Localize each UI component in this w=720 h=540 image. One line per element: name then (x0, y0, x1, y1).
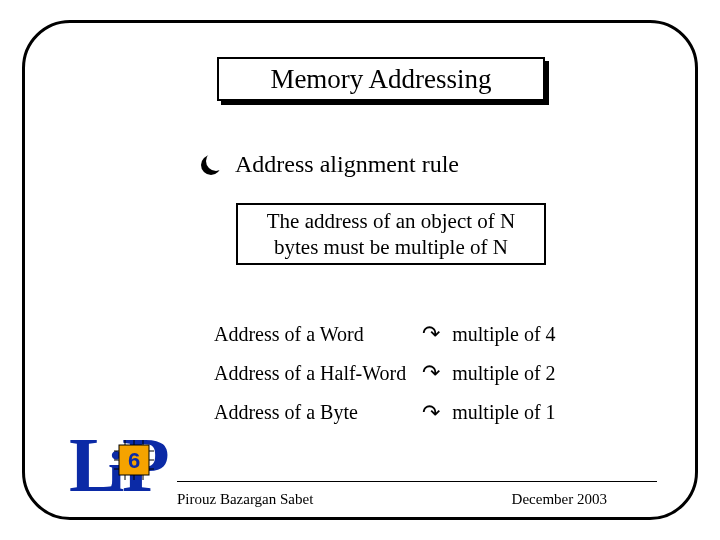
rule-box: The address of an object of N bytes must… (236, 203, 546, 265)
bullet-row: Address alignment rule (201, 151, 459, 178)
arrow-icon: ↷ (422, 354, 450, 391)
slide-frame: Memory Addressing Address alignment rule… (22, 20, 698, 520)
row-left: Address of a Half-Word (214, 354, 420, 391)
rule-line-2: bytes must be multiple of N (274, 235, 508, 259)
title-box: Memory Addressing (217, 57, 545, 101)
footer-divider (177, 481, 657, 482)
table-row: Address of a Half-Word ↷ multiple of 2 (214, 354, 556, 391)
slide-title: Memory Addressing (270, 64, 491, 95)
row-left: Address of a Byte (214, 394, 420, 431)
arrow-icon: ↷ (422, 394, 450, 431)
row-right: multiple of 1 (452, 394, 555, 431)
alignment-table: Address of a Word ↷ multiple of 4 Addres… (212, 313, 558, 433)
chip-number: 6 (128, 448, 140, 473)
row-right: multiple of 2 (452, 354, 555, 391)
rule-line-1: The address of an object of N (267, 209, 515, 233)
footer-author: Pirouz Bazargan Sabet (177, 491, 313, 508)
table-row: Address of a Byte ↷ multiple of 1 (214, 394, 556, 431)
footer-date: December 2003 (512, 491, 607, 508)
bullet-text: Address alignment rule (235, 151, 459, 178)
row-right: multiple of 4 (452, 315, 555, 352)
lip6-logo: L i P 6 (69, 423, 169, 515)
arrow-icon: ↷ (422, 315, 450, 352)
moon-icon (201, 155, 221, 175)
table-row: Address of a Word ↷ multiple of 4 (214, 315, 556, 352)
rule-text: The address of an object of N bytes must… (267, 208, 515, 261)
row-left: Address of a Word (214, 315, 420, 352)
